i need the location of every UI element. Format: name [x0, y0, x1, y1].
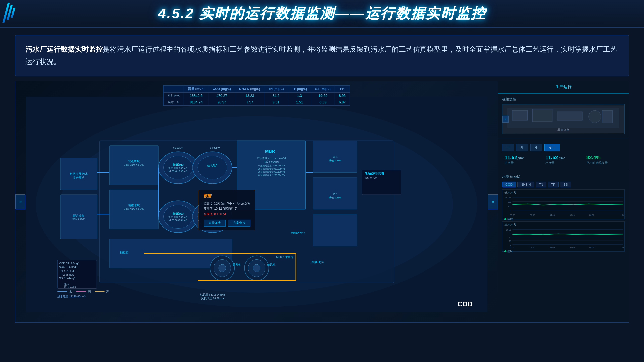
inflow-label-stat: 进水量 [505, 161, 540, 165]
svg-point-96 [589, 110, 601, 123]
stat-inflow: 11.52万m³ 进水量 [502, 153, 543, 167]
svg-text:药: 药 [88, 290, 91, 293]
svg-rect-20 [313, 214, 357, 246]
svg-text:200: 200 [508, 205, 511, 208]
warning-body: 监测点: 监测 预计3小时01分后超标 预测值: 10-12 (预警值=9) 当… [204, 201, 250, 217]
page-title: 4.5.2 实时的运行数据监测——运行数据实时监控 [158, 4, 486, 23]
svg-text:2#超滤时流量 1830.85m³/h: 2#超滤时流量 1830.85m³/h [258, 167, 285, 170]
video-content: 屋顶公寓 [502, 104, 624, 134]
outflow-chart-label: 出水水质 [502, 222, 624, 228]
svg-text:好氧池2#: 好氧池2# [172, 212, 184, 215]
inflow-label: 实时进水 [163, 92, 184, 99]
wq-tab-tn[interactable]: TN [536, 182, 546, 187]
svg-text:浊度   0.00NTU: 浊度 0.00NTU [264, 160, 279, 163]
warning-solution-button[interactable]: 方案查找 [228, 220, 250, 227]
legend-dot-green [504, 218, 506, 220]
svg-text:08:00: 08:00 [589, 214, 594, 216]
svg-text:鼓风机: 鼓风机 [267, 263, 275, 266]
svg-text:南进水坑: 南进水坑 [128, 204, 140, 207]
outflow-chart: 出水水质 28.01 20 15 10 5 0 [502, 221, 625, 252]
col-header-tp: TP (mg/L) [288, 85, 311, 92]
svg-text:COD     354.88mg/L: COD 354.88mg/L [59, 262, 80, 265]
svg-text:频率 3594.66m³/h: 频率 3594.66m³/h [124, 208, 144, 210]
inflow-nh3n: 13.23 [235, 92, 264, 99]
wq-tab-ss[interactable]: SS [560, 182, 571, 187]
svg-text:产水流量 9716198.80m³/d: 产水流量 9716198.80m³/d [257, 157, 286, 159]
svg-text:00:00: 00:00 [510, 246, 515, 248]
col-header-tn: TN (mg/L) [264, 85, 288, 92]
warning-detail-button[interactable]: 查看详情 [204, 220, 226, 227]
time-filter: 日 月 年 今日 [502, 144, 625, 151]
outflow-legend-dot [504, 250, 506, 252]
col-header-flow: 流量 (m³/h) [184, 85, 209, 92]
time-filter-section: 日 月 年 今日 11.52万m³ 进水量 11.52万m³ 出水量 [498, 138, 629, 171]
warning-buttons: 查看详情 方案查找 [204, 220, 250, 227]
svg-text:净才 溶氧 2.55mg/L: 净才 溶氧 2.55mg/L [168, 216, 188, 218]
svg-text:储存: 储存 [333, 192, 338, 195]
outflow-cod: 28.97 [209, 99, 235, 105]
video-label: 视频监控 [502, 97, 625, 102]
col-header-label [163, 85, 184, 92]
wq-tab-cod[interactable]: COD [502, 182, 516, 187]
stat-outflow: 11.52万m³ 出水量 [543, 153, 584, 167]
outflow-tn: 9.51 [264, 99, 288, 105]
outflow-value: 11.52万m³ [545, 155, 581, 160]
svg-text:10:00: 10:00 [621, 214, 624, 216]
svg-point-24 [219, 264, 226, 272]
warning-title: 预警 [204, 194, 250, 199]
svg-text:泥: 泥 [106, 290, 109, 293]
col-header-ph: PH [335, 85, 350, 92]
svg-point-27 [253, 264, 260, 272]
svg-text:10:00: 10:00 [621, 246, 624, 248]
wq-tab-nh3n[interactable]: NH3-N [517, 182, 534, 187]
video-nav-left[interactable]: « [502, 116, 509, 123]
svg-text:总风量 833/2.94m³/h: 总风量 833/2.94m³/h [200, 293, 225, 296]
svg-text:02:00: 02:00 [530, 246, 535, 248]
time-btn-today[interactable]: 今日 [544, 144, 560, 151]
nav-arrow-left[interactable]: « [15, 194, 25, 209]
inflow-chart-svg: 161.64 300 200 0 00:00 02:00 04:00 06:00… [502, 196, 624, 216]
svg-text:04:00: 04:00 [550, 246, 555, 248]
video-svg: 屋顶公寓 [502, 104, 624, 134]
outflow-chart-legend: 实时 [502, 249, 624, 254]
nav-arrow-right[interactable]: » [488, 194, 498, 209]
inflow-flow: 13842.5 [184, 92, 209, 99]
svg-text:生化池B: 生化池B [207, 164, 217, 167]
svg-text:提升泵站: 提升泵站 [73, 176, 84, 179]
inflow-tn: 34.2 [264, 92, 288, 99]
svg-text:20: 20 [509, 232, 511, 235]
svg-text:净才 溶氧 0.32mg/L: 净才 溶氧 0.32mg/L [168, 167, 188, 169]
inflow-ss: 19.59 [311, 92, 335, 99]
stats-row: 11.52万m³ 进水量 11.52万m³ 出水量 82.4% 平均时处理容量 [502, 153, 625, 167]
svg-text:膜地坦时间：: 膜地坦时间： [310, 261, 327, 264]
stat-efficiency: 82.4% 平均时处理容量 [584, 153, 625, 167]
tab-production[interactable]: 生产运行 [498, 81, 629, 93]
description-text: 是将污水厂运行过程中的各项水质指标和工艺参数进行实时监测，并将监测结果反馈到污水… [25, 45, 617, 66]
efficiency-value: 82.4% [586, 155, 622, 160]
inflow-tp: 1.3 [288, 92, 311, 99]
svg-rect-97 [602, 110, 613, 123]
svg-text:液位 0.75m: 液位 0.75m [329, 159, 341, 162]
wq-tab-tp[interactable]: TP [548, 182, 559, 187]
svg-text:屋顶公寓: 屋顶公寓 [557, 128, 570, 131]
svg-text:161.64: 161.64 [505, 196, 511, 199]
time-btn-month[interactable]: 月 [516, 144, 528, 151]
svg-text:液位   0.75m: 液位 0.75m [365, 176, 377, 179]
inflow-chart-legend: 实时 [502, 217, 624, 222]
outflow-tp: 1.51 [288, 99, 311, 105]
svg-text:TP       2.98mg/L: TP 2.98mg/L [59, 273, 74, 276]
svg-text:02:00: 02:00 [530, 214, 535, 216]
description-bold: 污水厂运行数据实时监控 [25, 45, 103, 53]
svg-text:28.01: 28.01 [506, 229, 511, 231]
time-btn-day[interactable]: 日 [502, 144, 514, 151]
time-btn-year[interactable]: 年 [530, 144, 542, 151]
panel-tabs: 生产运行 [498, 81, 629, 94]
inflow-chart: 进水水质 161.64 300 200 0 00:00 [502, 189, 625, 219]
outflow-ss: 6.39 [311, 99, 335, 105]
col-header-nh3n: NH3-N (mg/L) [235, 85, 264, 92]
warning-desc2: 预测值: 10-12 (预警值=9) [204, 206, 250, 212]
svg-text:储存: 储存 [333, 156, 338, 158]
scene-background: MBR [25, 97, 488, 312]
efficiency-label: 平均时处理容量 [586, 161, 622, 165]
svg-text:水: 水 [69, 290, 72, 293]
